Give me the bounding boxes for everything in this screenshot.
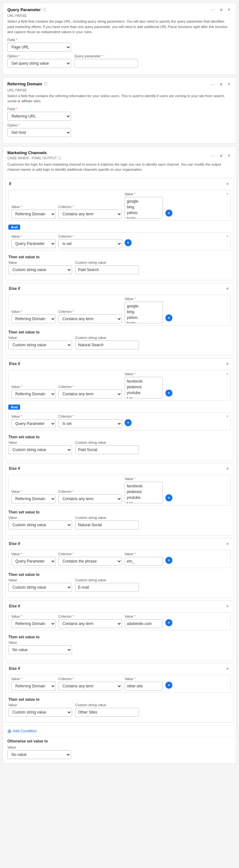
crit-select-3-0[interactable]: Contains any term <box>58 494 122 503</box>
condition-header-6: Else if × <box>6 663 233 673</box>
crit-select-4-0[interactable]: Contains the phrase <box>58 557 122 566</box>
crit-select-2-0[interactable]: Contains any term <box>58 390 122 399</box>
referring-domain-actions: ··· ∨ × <box>209 81 232 87</box>
val-select-1-0[interactable]: Referring Domain <box>11 314 56 323</box>
val-select-0-0[interactable]: Referring Domain <box>11 210 56 218</box>
val-group-2-0: Value Referring Domain <box>11 385 56 399</box>
crit-label-1-0: Criterion <box>58 310 122 313</box>
then-custom-group-0: Custom string value <box>75 260 139 274</box>
then-val-select-1[interactable]: Custom string value <box>8 341 72 349</box>
add-condition-button[interactable]: ⊕ Add Condition <box>7 728 37 734</box>
collapse-button[interactable]: ∨ <box>218 7 224 12</box>
then-val-select-0[interactable]: Custom string value <box>8 265 72 274</box>
then-custom-input-1[interactable] <box>75 341 139 349</box>
val-label-0-and: Value <box>11 235 56 238</box>
close-button[interactable]: × <box>227 81 232 87</box>
then-custom-input-6[interactable] <box>75 708 139 717</box>
then-val-select-2[interactable]: Custom string value <box>8 445 72 454</box>
tv-textarea-5-0[interactable]: adobesite.com <box>125 619 163 628</box>
add-row-btn-2-and[interactable]: + <box>125 419 131 426</box>
val-select-3-0[interactable]: Referring Domain <box>11 494 56 503</box>
then-custom-input-2[interactable] <box>75 445 139 454</box>
rd-field-row: Field Referring URL <box>7 107 232 121</box>
then-label-6: Then set value to <box>6 695 233 703</box>
tv-group-1-0: Value google. bing. yahoo. baidu. <box>125 297 163 323</box>
then-val-label-6: Value <box>8 703 72 707</box>
crit-select-0-0[interactable]: Contains any term <box>58 210 122 218</box>
crit-select-5-0[interactable]: Contains any term <box>58 619 122 628</box>
tv-textarea-0-0[interactable]: google. bing. yahoo. baidu. <box>125 197 163 218</box>
query-parameter-title: Query Parameter <box>7 7 41 12</box>
tv-textarea-4-0[interactable]: em_ <box>125 557 163 566</box>
close-condition-3[interactable]: × <box>225 466 230 471</box>
then-val-group-0: Value Custom string value <box>8 260 72 274</box>
val-select-5-0[interactable]: Referring Domain <box>11 619 56 628</box>
tv-group-4-0: Value em_ <box>125 552 163 566</box>
add-row-btn-1-0[interactable]: + <box>166 314 172 321</box>
close-condition-2[interactable]: × <box>225 361 230 367</box>
tv-textarea-2-0[interactable]: facebook. pinterest. youtube. t.co <box>125 377 163 399</box>
crit-select-1-0[interactable]: Contains any term <box>58 314 122 323</box>
add-row-btn-2-0[interactable]: + <box>166 390 172 397</box>
add-row-btn-0-0[interactable]: + <box>166 210 172 217</box>
add-row-btn-3-0[interactable]: + <box>166 494 172 501</box>
condition-inner-4: Value Query Parameter Criterion Contains… <box>8 550 231 568</box>
option-select[interactable]: Get query string value <box>7 59 71 68</box>
add-row-btn-4-0[interactable]: + <box>166 557 172 564</box>
close-condition-1[interactable]: × <box>225 286 230 291</box>
then-custom-input-0[interactable] <box>75 265 139 274</box>
tv-textarea-3-0[interactable]: facebook. pinterest. youtube. t.co <box>125 482 163 503</box>
val-select-6-0[interactable]: Referring Domain <box>11 682 56 690</box>
tv-textarea-6-0[interactable]: other-site <box>125 682 163 690</box>
add-row-btn-0-and[interactable]: + <box>125 239 131 246</box>
ellipsis-button[interactable]: ··· <box>209 7 216 12</box>
then-custom-input-4[interactable] <box>75 583 139 592</box>
tv-textarea-1-0[interactable]: google. bing. yahoo. baidu. <box>125 302 163 323</box>
close-condition-6[interactable]: × <box>225 666 230 672</box>
collapse-button[interactable]: ∨ <box>218 81 224 87</box>
condition-inner-0: × Value Referring Domain Criterion Conta… <box>8 190 231 221</box>
rd-field-select[interactable]: Referring URL <box>7 112 71 121</box>
close-condition-4[interactable]: × <box>225 541 230 547</box>
crit-group-0-and: Criterion Is set <box>58 235 122 248</box>
val-select-4-0[interactable]: Query Parameter <box>11 557 56 566</box>
then-val-select-4[interactable]: Custom string value <box>8 583 72 592</box>
rd-option-select[interactable]: Get host <box>7 128 71 137</box>
otherwise-val-select[interactable]: No value <box>7 750 71 759</box>
val-group-6-0: Value Referring Domain <box>11 677 56 690</box>
crit-select-2-and[interactable]: Is set <box>58 419 122 428</box>
close-condition-0[interactable]: × <box>225 181 230 187</box>
close-inner-2-and[interactable]: × <box>226 414 229 418</box>
then-val-label-3: Value <box>8 516 72 520</box>
crit-select-0-and[interactable]: Is set <box>58 239 122 248</box>
val-label-6-0: Value <box>11 677 56 681</box>
marketing-channels-title: Marketing Channels <box>7 150 47 155</box>
field-select[interactable]: Page URL <box>7 43 71 52</box>
ellipsis-button[interactable]: ··· <box>209 153 216 158</box>
val-group-3-0: Value Referring Domain <box>11 490 56 503</box>
close-button[interactable]: × <box>227 153 232 158</box>
close-button[interactable]: × <box>227 7 232 12</box>
add-row-btn-6-0[interactable]: + <box>166 682 172 689</box>
collapse-button[interactable]: ∨ <box>218 153 224 158</box>
referring-domain-subtitle: URL PARSE <box>7 88 232 92</box>
rd-option-label: Option <box>7 123 71 127</box>
crit-select-6-0[interactable]: Contains any term <box>58 682 122 690</box>
close-inner-0-and[interactable]: × <box>226 234 229 239</box>
ellipsis-button[interactable]: ··· <box>209 81 216 87</box>
then-val-select-3[interactable]: Custom string value <box>8 521 72 529</box>
query-parameter-subtitle: URL PARSE <box>7 14 232 18</box>
val-select-0-and[interactable]: Query Parameter <box>11 239 56 248</box>
then-custom-input-3[interactable] <box>75 521 139 529</box>
close-inner-0[interactable]: × <box>226 191 229 196</box>
val-select-2-and[interactable]: Query Parameter <box>11 419 56 428</box>
add-row-btn-5-0[interactable]: + <box>166 619 172 626</box>
query-param-input[interactable]: cid <box>74 59 138 68</box>
close-inner-2[interactable]: × <box>226 371 229 376</box>
val-select-2-0[interactable]: Referring Domain <box>11 390 56 399</box>
tv-label-2-0: Value <box>125 372 163 376</box>
close-condition-5[interactable]: × <box>225 603 230 609</box>
then-val-select-6[interactable]: Custom string value <box>8 708 72 717</box>
then-custom-group-4: Custom string value <box>75 578 139 592</box>
then-val-select-5[interactable]: No value <box>8 645 72 654</box>
